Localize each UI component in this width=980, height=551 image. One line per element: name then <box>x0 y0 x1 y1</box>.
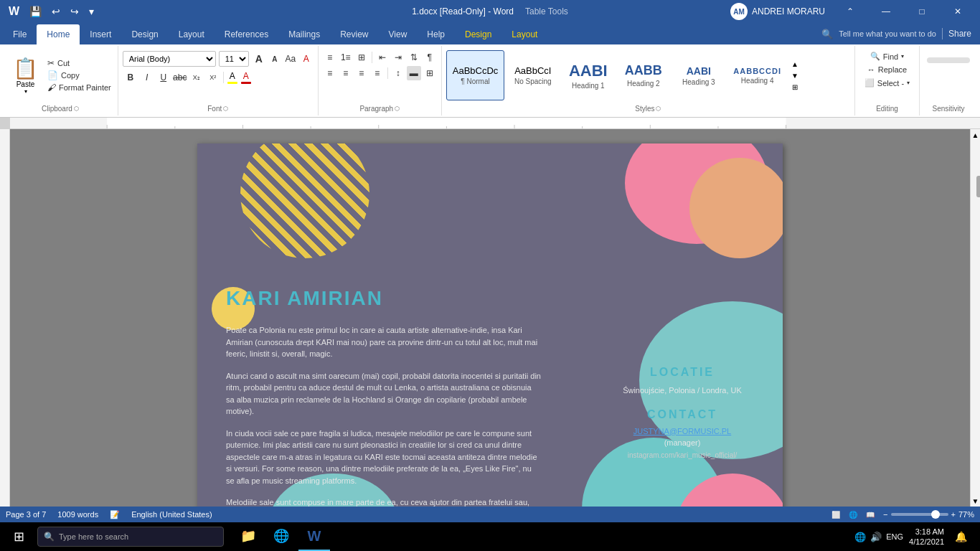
tab-mailings[interactable]: Mailings <box>278 24 330 44</box>
tab-review[interactable]: Review <box>330 24 378 44</box>
web-layout-view-button[interactable]: 🌐 <box>846 509 860 520</box>
paste-dropdown-icon[interactable]: ▾ <box>24 88 27 95</box>
shading-button[interactable]: ▬ <box>407 66 421 80</box>
clipboard-dialog-icon[interactable]: ⬡ <box>74 105 79 112</box>
line-spacing-button[interactable]: ↕ <box>391 66 405 80</box>
cut-button[interactable]: ✂ Cut <box>45 57 113 69</box>
sensitivity-slider[interactable] <box>927 57 970 63</box>
font-size-select[interactable]: 11 <box>219 51 249 67</box>
taskbar-app-file-explorer[interactable]: 📁 <box>232 522 264 551</box>
close-button[interactable]: ✕ <box>941 0 974 23</box>
paste-button[interactable]: 📋 Paste ▾ <box>7 54 44 98</box>
tell-me-label[interactable]: Tell me what you want to do <box>839 29 936 38</box>
start-button[interactable]: ⊞ <box>3 522 34 551</box>
tab-view[interactable]: View <box>379 24 418 44</box>
read-mode-button[interactable]: 📖 <box>863 509 877 520</box>
save-button[interactable]: 💾 <box>27 4 44 19</box>
superscript-button[interactable]: X² <box>205 70 221 85</box>
doc-paragraph-1: Poate ca Polonia nu este primul loc in c… <box>226 324 542 360</box>
taskbar-app-word[interactable]: W <box>298 522 330 551</box>
italic-button[interactable]: I <box>139 70 155 85</box>
scroll-down-button[interactable]: ▼ <box>971 495 980 507</box>
select-button[interactable]: ⬜ Select - ▾ <box>862 77 913 89</box>
change-case-button[interactable]: Aa <box>283 52 298 66</box>
tab-home[interactable]: Home <box>37 24 80 44</box>
customize-quick-access-button[interactable]: ▾ <box>86 4 97 19</box>
scroll-up-button[interactable]: ▲ <box>971 129 980 141</box>
tab-design[interactable]: Design <box>121 24 168 44</box>
zoom-thumb[interactable] <box>931 510 940 519</box>
bold-button[interactable]: B <box>123 70 138 85</box>
replace-button[interactable]: ↔ Replace <box>864 64 910 75</box>
copy-button[interactable]: 📄 Copy <box>45 70 113 81</box>
show-formatting-button[interactable]: ¶ <box>423 50 437 65</box>
decrease-font-size-button[interactable]: A <box>268 52 282 66</box>
tab-help[interactable]: Help <box>417 24 455 44</box>
style-heading3[interactable]: AABI Heading 3 <box>672 50 725 100</box>
decrease-indent-button[interactable]: ⇤ <box>375 50 390 65</box>
align-right-button[interactable]: ≡ <box>354 66 369 80</box>
email-link[interactable]: JUSTYNA@FORMUSIC.PL <box>611 427 754 435</box>
zoom-out-button[interactable]: − <box>883 510 887 519</box>
multilevel-list-button[interactable]: ⊞ <box>354 50 369 65</box>
print-layout-view-button[interactable]: ⬜ <box>829 509 843 520</box>
zoom-level[interactable]: 77% <box>958 510 974 519</box>
redo-button[interactable]: ↪ <box>67 4 82 19</box>
notification-button[interactable]: 🔔 <box>950 522 971 551</box>
zoom-in-button[interactable]: + <box>951 510 956 519</box>
style-heading1[interactable]: AABI Heading 1 <box>561 50 615 100</box>
find-button[interactable]: 🔍 Find ▾ <box>867 50 907 62</box>
bullets-button[interactable]: ≡ <box>323 50 337 65</box>
align-center-button[interactable]: ≡ <box>339 66 353 80</box>
tab-layout[interactable]: Layout <box>169 24 215 44</box>
network-icon[interactable]: 🌐 <box>854 532 866 542</box>
document-area[interactable]: KARI AMIRIAN Poate ca Polonia nu este pr… <box>10 129 970 507</box>
share-button[interactable]: Share <box>948 29 971 39</box>
tab-layout-table[interactable]: Layout <box>501 24 547 44</box>
underline-button[interactable]: U <box>156 70 171 85</box>
taskbar-search[interactable]: 🔍 Type here to search <box>37 527 224 547</box>
styles-scroll-up-button[interactable]: ▲ <box>789 58 801 70</box>
ribbon: File Home Insert Design Layout Reference… <box>0 23 980 44</box>
tab-references[interactable]: References <box>215 24 278 44</box>
styles-more-button[interactable]: ⊞ <box>789 81 801 93</box>
format-painter-button[interactable]: 🖌 Format Painter <box>45 82 113 93</box>
font-dialog-icon[interactable]: ⬡ <box>223 105 228 112</box>
font-name-select[interactable]: Arial (Body) <box>123 51 216 67</box>
undo-button[interactable]: ↩ <box>49 4 63 19</box>
font-color-button[interactable]: A <box>240 70 253 85</box>
increase-font-size-button[interactable]: A <box>252 52 266 66</box>
style-heading2[interactable]: AABB Heading 2 <box>616 50 670 100</box>
styles-scroll-down-button[interactable]: ▼ <box>789 70 801 81</box>
minimize-button[interactable]: — <box>870 0 903 23</box>
clear-formatting-button[interactable]: A <box>299 52 314 66</box>
increase-indent-button[interactable]: ⇥ <box>391 50 405 65</box>
maximize-button[interactable]: □ <box>905 0 938 23</box>
tab-file[interactable]: File <box>3 24 37 44</box>
justify-button[interactable]: ≡ <box>370 66 385 80</box>
volume-icon[interactable]: 🔊 <box>870 532 882 542</box>
taskbar-app-edge[interactable]: 🌐 <box>265 522 297 551</box>
zoom-slider[interactable] <box>891 513 948 516</box>
style-no-spacing[interactable]: AaBbCcI No Spacing <box>506 50 560 100</box>
text-highlight-color-button[interactable]: A <box>226 70 239 85</box>
styles-dialog-icon[interactable]: ⬡ <box>656 105 661 112</box>
clock-area[interactable]: 3:18 AM 4/12/2021 <box>909 527 944 547</box>
sort-button[interactable]: ⇅ <box>407 50 421 65</box>
numbering-button[interactable]: 1≡ <box>339 50 353 65</box>
system-tray-icons: 🌐 🔊 ENG <box>854 532 903 542</box>
tab-design-table[interactable]: Design <box>455 24 501 44</box>
strikethrough-button[interactable]: abc <box>172 70 188 85</box>
paragraph-dialog-icon[interactable]: ⬡ <box>395 105 400 112</box>
subscript-button[interactable]: X₂ <box>189 70 204 85</box>
style-heading4[interactable]: AABBCCDI Heading 4 <box>727 50 788 100</box>
ribbon-toggle-button[interactable]: ⌃ <box>834 0 867 23</box>
select-dropdown-icon: ▾ <box>907 80 910 86</box>
language-icon[interactable]: ENG <box>886 532 903 541</box>
tab-insert[interactable]: Insert <box>80 24 121 44</box>
vertical-scrollbar[interactable]: ▲ ▼ <box>970 129 980 507</box>
align-left-button[interactable]: ≡ <box>323 66 337 80</box>
scroll-thumb[interactable] <box>976 176 981 197</box>
style-normal[interactable]: AaBbCcDc ¶ Normal <box>446 50 505 100</box>
borders-button[interactable]: ⊞ <box>423 66 437 80</box>
